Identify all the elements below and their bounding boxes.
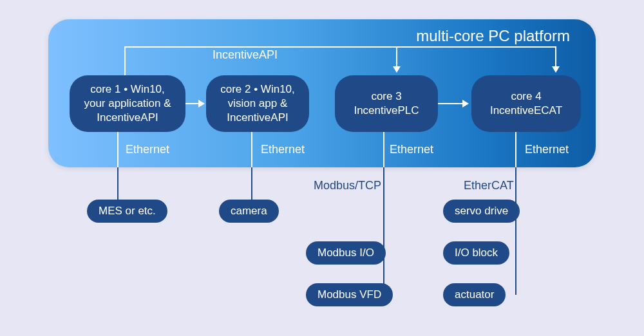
api-label: IncentiveAPI: [213, 48, 278, 62]
peripheral-actuator: actuator: [443, 283, 506, 306]
ethercat-label: EtherCAT: [464, 179, 514, 192]
peripheral-servo-drive: servo drive: [443, 200, 520, 223]
core-line: core 1 • Win10,: [90, 82, 165, 97]
connector-line: [438, 103, 464, 104]
connector-line: [185, 103, 200, 104]
core-line: IncentiveAPI: [227, 111, 288, 125]
peripheral-modbus-io: Modbus I/O: [306, 241, 386, 265]
modbus-label: Modbus/TCP: [314, 179, 381, 192]
core-line: core 3: [371, 89, 401, 104]
core-line: your application &: [84, 97, 171, 111]
core-line: IncentiveAPI: [97, 111, 158, 125]
connector-line: [555, 46, 556, 67]
peripheral-camera: camera: [219, 200, 279, 223]
connector-line: [383, 132, 384, 167]
ethernet-label: Ethernet: [390, 143, 433, 156]
connector-line: [124, 46, 556, 48]
core-line: core 4: [511, 89, 541, 104]
platform-title: multi-core PC platform: [416, 27, 570, 45]
connector-line: [117, 132, 118, 167]
connector-line: [396, 46, 397, 67]
core-line: vision app &: [228, 97, 288, 111]
connector-line: [515, 167, 516, 295]
core-1: core 1 • Win10, your application & Incen…: [70, 75, 185, 132]
connector-line: [251, 132, 252, 167]
connector-line: [515, 132, 516, 167]
peripheral-modbus-vfd: Modbus VFD: [306, 283, 393, 306]
arrow-down-icon: [393, 66, 401, 73]
ethernet-label: Ethernet: [525, 143, 569, 156]
connector-line: [383, 167, 384, 295]
peripheral-mes: MES or etc.: [87, 200, 167, 223]
core-line: IncentivePLC: [354, 104, 419, 118]
core-4: core 4 IncentiveECAT: [471, 75, 581, 132]
core-2: core 2 • Win10, vision app & IncentiveAP…: [206, 75, 309, 132]
ethernet-label: Ethernet: [126, 143, 169, 156]
core-line: core 2 • Win10,: [220, 82, 295, 97]
peripheral-io-block: I/O block: [443, 241, 509, 265]
core-line: IncentiveECAT: [490, 104, 562, 118]
core-3: core 3 IncentivePLC: [335, 75, 438, 132]
ethernet-label: Ethernet: [261, 143, 305, 156]
arrow-right-icon: [198, 100, 205, 107]
connector-line: [124, 46, 126, 75]
arrow-right-icon: [462, 100, 469, 107]
arrow-down-icon: [552, 66, 560, 73]
